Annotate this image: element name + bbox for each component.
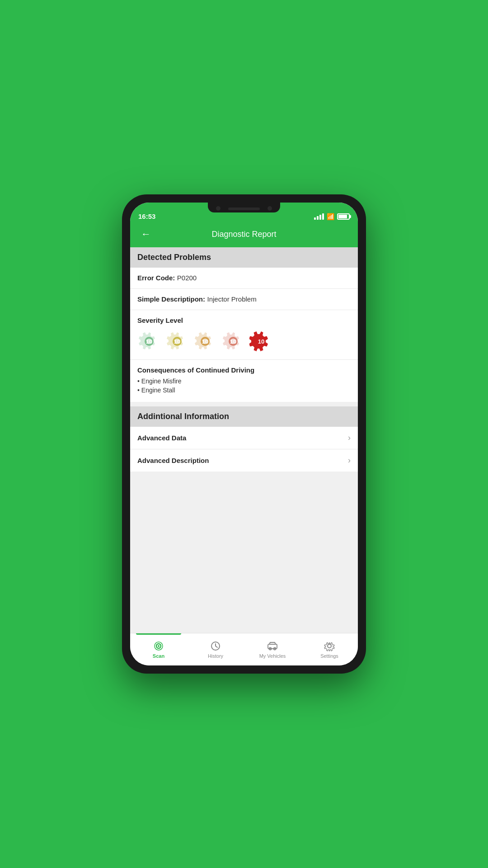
error-code-row: Error Code: P0200 xyxy=(130,268,358,289)
svg-text:10: 10 xyxy=(146,338,152,345)
svg-point-13 xyxy=(328,644,331,648)
app-header: ← Diagnostic Report xyxy=(130,223,358,247)
advanced-description-label: Advanced Description xyxy=(137,457,209,464)
page-title: Diagnostic Report xyxy=(211,230,276,239)
bottom-nav: Scan History My Vehicles xyxy=(130,633,358,665)
wifi-icon: 📶 xyxy=(327,213,334,220)
content-area: Detected Problems Error Code: P0200 Simp… xyxy=(130,247,358,633)
consequence-2: • Engine Stall xyxy=(137,387,351,394)
severity-row: Severity Level 10 xyxy=(130,310,358,360)
advanced-data-chevron: › xyxy=(348,433,351,443)
my-vehicles-icon xyxy=(267,640,278,652)
nav-settings-label: Settings xyxy=(320,653,338,659)
status-icons: 📶 xyxy=(314,213,350,220)
severity-gears: 10 10 xyxy=(137,330,351,353)
nav-my-vehicles-label: My Vehicles xyxy=(259,653,286,659)
error-code-label: Error Code: xyxy=(137,274,175,282)
svg-text:10: 10 xyxy=(174,338,180,345)
nav-item-settings[interactable]: Settings xyxy=(301,633,358,665)
svg-text:10: 10 xyxy=(202,338,208,345)
status-time: 16:53 xyxy=(138,212,155,220)
nav-item-my-vehicles[interactable]: My Vehicles xyxy=(244,633,301,665)
advanced-data-row[interactable]: Advanced Data › xyxy=(130,427,358,449)
nav-item-scan[interactable]: Scan xyxy=(130,633,187,665)
settings-icon xyxy=(324,640,335,652)
severity-gear-3: 10 xyxy=(193,330,217,353)
history-icon xyxy=(210,640,221,652)
consequences-list: • Engine Misfire • Engine Stall xyxy=(137,377,351,394)
advanced-description-chevron: › xyxy=(348,456,351,465)
simple-desc-row: Simple Descriptipon: Injector Problem xyxy=(130,289,358,310)
advanced-description-row[interactable]: Advanced Description › xyxy=(130,449,358,472)
svg-point-8 xyxy=(158,645,160,647)
consequences-row: Consequences of Continued Driving • Engi… xyxy=(130,360,358,402)
svg-text:10: 10 xyxy=(258,338,264,345)
error-code-value: P0200 xyxy=(177,274,197,282)
advanced-data-label: Advanced Data xyxy=(137,434,186,442)
severity-gear-4: 10 xyxy=(221,330,245,353)
signal-icon xyxy=(314,213,324,220)
severity-gear-5-active: 10 xyxy=(249,330,273,353)
back-button[interactable]: ← xyxy=(137,227,155,241)
battery-icon xyxy=(337,213,350,220)
additional-info-title: Addintional Information xyxy=(137,412,229,421)
severity-gear-2: 10 xyxy=(165,330,189,353)
section-spacer xyxy=(130,402,358,406)
nav-item-history[interactable]: History xyxy=(187,633,244,665)
severity-gear-1: 10 xyxy=(137,330,161,353)
svg-text:10: 10 xyxy=(230,338,236,345)
scan-icon xyxy=(153,640,164,652)
additional-info-header: Addintional Information xyxy=(130,406,358,427)
detected-problems-title: Detected Problems xyxy=(137,253,211,262)
consequence-1: • Engine Misfire xyxy=(137,377,351,385)
detected-problems-header: Detected Problems xyxy=(130,247,358,268)
severity-label: Severity Level xyxy=(137,316,351,324)
consequences-title: Consequences of Continued Driving xyxy=(137,366,351,374)
simple-desc-label: Simple Descriptipon: xyxy=(137,295,205,303)
nav-scan-label: Scan xyxy=(153,653,164,659)
problem-card: Error Code: P0200 Simple Descriptipon: I… xyxy=(130,268,358,402)
phone-frame: 16:53 📶 ← Diagnostic Report xyxy=(122,194,366,674)
simple-desc-value: Injector Problem xyxy=(207,295,256,303)
nav-history-label: History xyxy=(208,653,223,659)
